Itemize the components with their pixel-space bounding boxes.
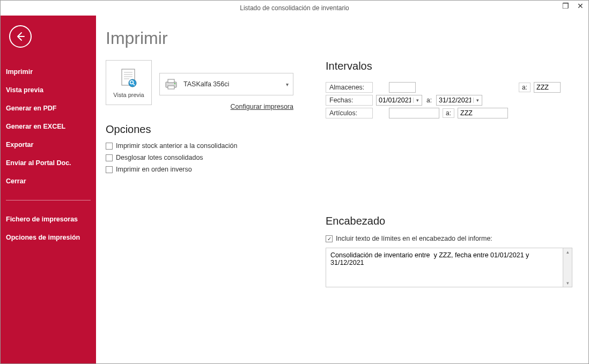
chevron-down-icon[interactable]: ▾ bbox=[413, 98, 422, 103]
chevron-down-icon: ▾ bbox=[286, 81, 289, 87]
scroll-down-icon[interactable]: ▾ bbox=[566, 279, 569, 287]
sidebar-item-fichero-impresoras[interactable]: Fichero de impresoras bbox=[1, 210, 96, 228]
fechas-to-input[interactable] bbox=[437, 96, 473, 105]
sidebar: Imprimir Vista previa Generar en PDF Gen… bbox=[1, 16, 96, 363]
vista-previa-label: Vista previa bbox=[113, 92, 144, 98]
label-incluir-texto: Incluir texto de límites en el encabezad… bbox=[336, 235, 492, 242]
sidebar-divider bbox=[6, 200, 91, 200]
sep-a-1: a: bbox=[519, 83, 531, 92]
svg-point-11 bbox=[174, 83, 175, 84]
configurar-impresora-link[interactable]: Configurar impresora bbox=[159, 103, 293, 110]
svg-rect-10 bbox=[168, 86, 174, 89]
label-desglosar-lotes: Desglosar lotes consolidados bbox=[116, 154, 203, 161]
document-preview-icon bbox=[117, 67, 140, 90]
articulos-label: Artículos: bbox=[326, 108, 373, 118]
intervalos-heading: Intervalos bbox=[326, 60, 572, 72]
sidebar-item-vista-previa[interactable]: Vista previa bbox=[1, 81, 96, 99]
maximize-icon[interactable]: ❐ bbox=[561, 2, 570, 10]
scrollbar[interactable]: ▴ ▾ bbox=[563, 248, 572, 287]
sidebar-item-cerrar[interactable]: Cerrar bbox=[1, 172, 96, 190]
sidebar-item-opciones-impresion[interactable]: Opciones de impresión bbox=[1, 228, 96, 247]
almacenes-from-input[interactable] bbox=[389, 82, 416, 93]
scroll-up-icon[interactable]: ▴ bbox=[566, 248, 569, 256]
sep-a-2: a: bbox=[425, 96, 433, 104]
sidebar-item-exportar[interactable]: Exportar bbox=[1, 136, 96, 154]
encabezado-heading: Encabezado bbox=[326, 215, 572, 227]
checkbox-incluir-texto[interactable]: ✓ bbox=[326, 235, 333, 242]
checkbox-desglosar-lotes[interactable] bbox=[106, 154, 113, 161]
chevron-down-icon[interactable]: ▾ bbox=[473, 98, 482, 103]
encabezado-textarea[interactable] bbox=[326, 248, 563, 287]
sidebar-item-enviar-portal[interactable]: Enviar al Portal Doc. bbox=[1, 154, 96, 172]
page-title: Imprimir bbox=[106, 28, 572, 48]
printer-dropdown[interactable]: TASKalfa 356ci ▾ bbox=[159, 73, 293, 95]
fechas-from-date[interactable]: ▾ bbox=[376, 95, 422, 106]
fechas-label: Fechas: bbox=[326, 95, 373, 106]
checkbox-stock-anterior[interactable] bbox=[106, 143, 113, 150]
sidebar-item-generar-pdf[interactable]: Generar en PDF bbox=[1, 99, 96, 117]
label-orden-inverso: Imprimir en orden inverso bbox=[116, 166, 192, 173]
fechas-to-date[interactable]: ▾ bbox=[436, 95, 482, 106]
main-content: Imprimir bbox=[96, 16, 588, 363]
articulos-to-input[interactable] bbox=[458, 108, 508, 118]
almacenes-to-input[interactable] bbox=[534, 82, 561, 93]
sep-a-3: a: bbox=[443, 108, 454, 118]
svg-rect-9 bbox=[168, 79, 174, 83]
fechas-from-input[interactable] bbox=[377, 96, 413, 105]
almacenes-label: Almacenes: bbox=[326, 82, 373, 93]
titlebar: Listado de consolidación de inventario ❐… bbox=[1, 1, 588, 16]
close-icon[interactable]: ✕ bbox=[576, 2, 585, 10]
window-title: Listado de consolidación de inventario bbox=[240, 4, 349, 12]
printer-icon bbox=[164, 78, 178, 90]
sidebar-item-generar-excel[interactable]: Generar en EXCEL bbox=[1, 117, 96, 136]
opciones-heading: Opciones bbox=[106, 123, 293, 136]
checkbox-orden-inverso[interactable] bbox=[106, 166, 113, 173]
vista-previa-button[interactable]: Vista previa bbox=[106, 60, 152, 105]
arrow-left-icon bbox=[15, 31, 26, 42]
printer-name: TASKalfa 356ci bbox=[183, 80, 281, 88]
label-stock-anterior: Imprimir stock anterior a la consolidaci… bbox=[116, 142, 237, 150]
sidebar-item-imprimir[interactable]: Imprimir bbox=[1, 63, 96, 81]
back-button[interactable] bbox=[9, 25, 32, 48]
articulos-from-input[interactable] bbox=[389, 108, 439, 118]
